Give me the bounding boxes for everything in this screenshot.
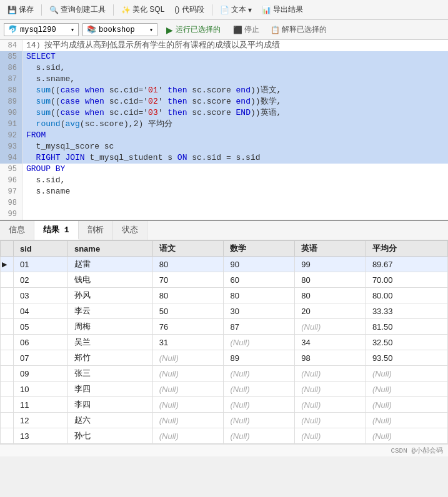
line-number: 98 <box>0 197 22 209</box>
table-row[interactable]: 12赵六(Null)(Null)(Null)(Null) <box>1 413 448 428</box>
db-selector[interactable]: 🐬 mysql290 ▾ <box>4 23 79 36</box>
code-line: 92FROM <box>0 130 448 141</box>
beautify-sql-label: 美化 SQL <box>132 4 164 15</box>
cell: 钱电 <box>67 272 152 288</box>
cell: 70.00 <box>366 272 447 288</box>
cell: 12 <box>14 413 68 428</box>
table-row[interactable]: 02钱电70608070.00 <box>1 272 448 288</box>
table-row[interactable]: 07郑竹(Null)899893.50 <box>1 350 448 366</box>
line-content: GROUP BY <box>22 164 65 175</box>
cell: (Null) <box>366 428 447 444</box>
line-number: 95 <box>0 164 22 175</box>
query-builder-button[interactable]: 🔍 查询创建工具 <box>46 3 109 16</box>
toolbar: 💾 保存 🔍 查询创建工具 ✨ 美化 SQL () 代码段 📄 文本 ▾ 📊 导… <box>0 0 448 20</box>
beautify-sql-button[interactable]: ✨ 美化 SQL <box>117 3 168 16</box>
row-indicator <box>1 413 14 428</box>
line-number: 90 <box>0 107 22 119</box>
code-snippet-button[interactable]: () 代码段 <box>171 3 207 16</box>
save-button[interactable]: 💾 保存 <box>4 3 37 16</box>
table-row[interactable]: 04李云50302033.33 <box>1 303 448 319</box>
cell: 50 <box>152 303 224 319</box>
code-line: 99 <box>0 209 448 220</box>
table-row[interactable]: 11李四(Null)(Null)(Null)(Null) <box>1 397 448 413</box>
cell: 09 <box>14 366 68 381</box>
cell: 98 <box>295 350 366 366</box>
schema-selector[interactable]: 📚 bookshop ▾ <box>82 23 157 36</box>
row-indicator <box>1 350 14 366</box>
line-content: round(avg(sc.score),2) 平均分 <box>22 119 172 130</box>
save-icon: 💾 <box>7 6 17 14</box>
tab-剖析[interactable]: 剖析 <box>79 221 113 240</box>
cell: (Null) <box>224 397 295 413</box>
line-number: 92 <box>0 130 22 141</box>
cell: 周梅 <box>67 319 152 335</box>
stop-button[interactable]: ⬛ 停止 <box>229 23 263 36</box>
code-line: 91 round(avg(sc.score),2) 平均分 <box>0 119 448 130</box>
cell: 20 <box>295 303 366 319</box>
table-row[interactable]: ▶01赵雷80909989.67 <box>1 257 448 272</box>
cell: 孙七 <box>67 428 152 444</box>
cell: 06 <box>14 335 68 350</box>
line-content: s.sid, <box>22 175 65 186</box>
table-row[interactable]: 05周梅7687(Null)81.50 <box>1 319 448 335</box>
wand-icon: ✨ <box>121 6 131 14</box>
schema-name: bookshop <box>99 26 135 34</box>
table-row[interactable]: 10李四(Null)(Null)(Null)(Null) <box>1 381 448 397</box>
cell: 李云 <box>67 303 152 319</box>
explain-button[interactable]: 📋 解释已选择的 <box>267 23 331 36</box>
col-header-语文: 语文 <box>152 241 224 257</box>
cell: 76 <box>152 319 224 335</box>
tab-信息[interactable]: 信息 <box>0 221 34 240</box>
code-line: 85SELECT <box>0 51 448 62</box>
code-line: 95GROUP BY <box>0 164 448 175</box>
db-icon: 🐬 <box>8 25 17 34</box>
tabs-bar: 信息结果 1剖析状态 <box>0 221 448 240</box>
table-row[interactable]: 09张三(Null)(Null)(Null)(Null) <box>1 366 448 381</box>
tab-结果-1[interactable]: 结果 1 <box>34 221 79 240</box>
cell: 03 <box>14 288 68 303</box>
row-indicator <box>1 428 14 444</box>
code-editor[interactable]: 8414）按平均成绩从高到低显示所有学生的所有课程的成绩以及平均成绩85SELE… <box>0 40 448 221</box>
line-number: 94 <box>0 152 22 164</box>
table-row[interactable]: 13孙七(Null)(Null)(Null)(Null) <box>1 428 448 444</box>
cell: 70 <box>152 272 224 288</box>
cell: (Null) <box>295 413 366 428</box>
code-line: 89 sum((case when sc.cid='02' then sc.sc… <box>0 96 448 107</box>
cell: 80.00 <box>366 288 447 303</box>
row-indicator <box>1 303 14 319</box>
cell: (Null) <box>152 366 224 381</box>
cell: 93.50 <box>366 350 447 366</box>
result-table: sidsname语文数学英语平均分▶01赵雷80909989.6702钱电706… <box>0 240 448 444</box>
code-line: 96 s.sid, <box>0 175 448 186</box>
cell: 张三 <box>67 366 152 381</box>
line-number: 84 <box>0 40 22 51</box>
cell: 李四 <box>67 397 152 413</box>
query-builder-icon: 🔍 <box>49 6 59 14</box>
cell: 81.50 <box>366 319 447 335</box>
cell: 李四 <box>67 381 152 397</box>
cell: 07 <box>14 350 68 366</box>
db-name: mysql290 <box>20 26 56 34</box>
col-header-平均分: 平均分 <box>366 241 447 257</box>
cell: 02 <box>14 272 68 288</box>
stop-label: 停止 <box>244 24 259 35</box>
text-button[interactable]: 📄 文本 ▾ <box>216 3 256 16</box>
table-row[interactable]: 03孙风80808080.00 <box>1 288 448 303</box>
code-snippet-label: () 代码段 <box>174 4 204 15</box>
code-line: 90 sum((case when sc.cid='03' then sc.sc… <box>0 107 448 119</box>
export-button[interactable]: 📊 导出结果 <box>258 3 307 16</box>
cell: (Null) <box>295 381 366 397</box>
export-icon: 📊 <box>262 6 271 14</box>
cell: 80 <box>224 288 295 303</box>
line-number: 89 <box>0 96 22 107</box>
row-indicator <box>1 288 14 303</box>
cell: 80 <box>152 257 224 272</box>
col-header-sid: sid <box>14 241 68 257</box>
tab-状态[interactable]: 状态 <box>113 221 147 240</box>
run-button[interactable]: ▶ 运行已选择的 <box>161 23 226 36</box>
table-row[interactable]: 06吴兰31(Null)3432.50 <box>1 335 448 350</box>
cell: (Null) <box>152 428 224 444</box>
line-number: 88 <box>0 85 22 96</box>
cell: (Null) <box>224 366 295 381</box>
cell: 99 <box>295 257 366 272</box>
